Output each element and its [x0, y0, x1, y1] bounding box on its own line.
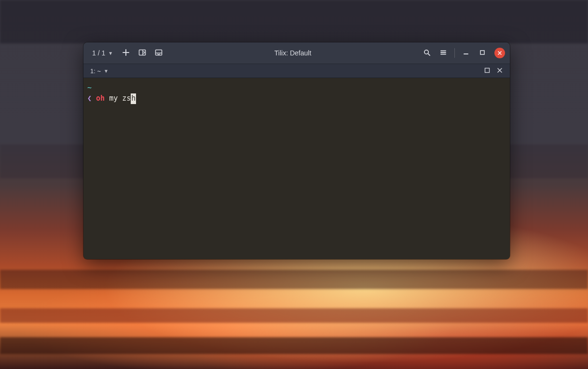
session-picker[interactable]: 1 / 1 ▼	[88, 46, 117, 60]
window-title: Tilix: Default	[274, 49, 312, 57]
split-down-button[interactable]	[151, 46, 166, 60]
prompt-glyph: ❮	[87, 94, 92, 103]
cmd-token: oh	[96, 94, 105, 103]
split-right-button[interactable]	[135, 46, 150, 60]
pane-close-button[interactable]	[493, 65, 506, 77]
search-button[interactable]	[420, 46, 434, 60]
svg-rect-1	[156, 50, 162, 55]
prompt-cwd: ~	[87, 83, 92, 92]
maximize-icon	[479, 49, 486, 58]
pane-maximize-button[interactable]	[481, 65, 493, 77]
pane-bar: 1: ~ ▼	[83, 64, 510, 78]
split-down-icon	[155, 49, 163, 58]
app-menu-button[interactable]	[436, 46, 451, 60]
cmd-token: my	[109, 94, 118, 103]
titlebar-separator	[454, 48, 455, 58]
window-maximize-button[interactable]	[475, 46, 490, 60]
chevron-down-icon: ▼	[108, 51, 113, 56]
terminal-cursor: h	[131, 93, 136, 104]
close-icon	[497, 49, 502, 57]
svg-rect-3	[480, 51, 484, 54]
session-counter: 1 / 1	[92, 49, 105, 57]
terminal-viewport[interactable]: ~ ❮ oh my zsh	[83, 78, 510, 259]
wallpaper-cloud	[0, 270, 588, 289]
titlebar: 1 / 1 ▼ Tilix: Default	[83, 42, 510, 64]
plus-icon	[122, 49, 130, 58]
chevron-down-icon: ▼	[104, 68, 109, 74]
new-session-button[interactable]	[119, 46, 133, 60]
window-minimize-button[interactable]	[459, 46, 473, 60]
tilix-window: 1 / 1 ▼ Tilix: Default	[83, 42, 510, 259]
window-close-button[interactable]	[494, 48, 505, 58]
svg-rect-4	[485, 68, 490, 72]
pane-maximize-icon	[484, 67, 490, 75]
hamburger-icon	[439, 49, 447, 58]
terminal-tab[interactable]: 1: ~ ▼	[87, 65, 111, 77]
split-right-icon	[138, 49, 146, 58]
minimize-icon	[462, 49, 470, 58]
wallpaper-cloud	[0, 337, 588, 354]
wallpaper-cloud	[0, 0, 588, 43]
wallpaper-cloud	[0, 308, 588, 323]
search-icon	[423, 49, 431, 58]
tab-label: 1: ~	[90, 67, 101, 75]
close-icon	[497, 67, 503, 75]
cmd-token: zs	[122, 94, 131, 103]
